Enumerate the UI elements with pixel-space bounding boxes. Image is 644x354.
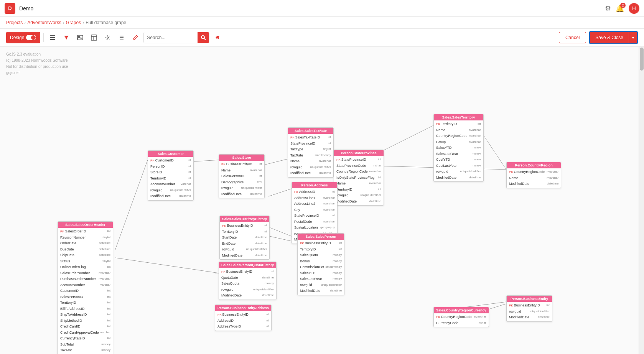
breadcrumb-adventureworks[interactable]: AdventureWorks bbox=[27, 20, 61, 25]
table-row: Name nvarchar bbox=[288, 158, 333, 165]
save-close-button[interactable]: Save & Close bbox=[590, 32, 629, 43]
table-row: rowguid uniqueidentifier bbox=[288, 165, 333, 171]
erd-table-SalesSalesTaxRate[interactable]: Sales.SalesTaxRate PKSalesTaxRateID int … bbox=[288, 127, 334, 178]
scroll-thumb[interactable] bbox=[640, 48, 644, 71]
table-row: PostalCode nvarchar bbox=[292, 219, 337, 225]
table-row: TaxRate smallmoney bbox=[288, 153, 333, 159]
notification-bell[interactable]: 🔔 2 bbox=[616, 4, 624, 13]
design-button[interactable]: Design bbox=[6, 32, 40, 43]
notification-count: 2 bbox=[620, 3, 626, 8]
erd-table-SalesSalesPersonQuotaHistory[interactable]: Sales.SalesPersonQuotaHistory PKBusiness… bbox=[219, 262, 277, 300]
pin-button[interactable] bbox=[212, 32, 223, 43]
breadcrumb-projects[interactable]: Projects bbox=[6, 20, 23, 25]
table-row: Demographics xml bbox=[219, 179, 264, 186]
erd-table-PersonCountryRegion[interactable]: Person.CountryRegion PKCountryRegionCode… bbox=[506, 162, 561, 188]
erd-table-PersonStateProvince[interactable]: Person.StateProvince PKStateProvinceID i… bbox=[334, 150, 384, 206]
table-row: CreditCardApprovalCode varchar bbox=[58, 330, 113, 336]
table-row: ModifiedDate datetime bbox=[219, 293, 276, 299]
table-row: RevisionNumber tinyint bbox=[58, 235, 113, 241]
table-row: ModifiedDate datetime bbox=[148, 193, 193, 199]
app-title: Demo bbox=[19, 5, 33, 12]
settings-icon[interactable]: ⚙ bbox=[605, 4, 611, 13]
erd-table-SalesSalesOrderHeader[interactable]: Sales.SalesOrderHeader PKSalesOrderID in… bbox=[58, 221, 113, 354]
breadcrumb: Projects › AdventureWorks › Grapes › Ful… bbox=[0, 17, 644, 29]
table-row: SalesLastYear money bbox=[434, 151, 483, 157]
table-row: StateProvinceCode nchar bbox=[334, 163, 384, 169]
erd-table-SalesSalesTerritoryHistory[interactable]: Sales.SalesTerritoryHistory PKBusinessEn… bbox=[219, 216, 270, 260]
table-header: Sales.SalesPerson bbox=[298, 234, 344, 240]
breadcrumb-grapes[interactable]: Grapes bbox=[66, 20, 81, 25]
table-row: ShipMethodID int bbox=[58, 318, 113, 324]
table-row: PKCountryRegionCode nvarchar bbox=[507, 169, 561, 175]
search-input[interactable] bbox=[144, 32, 198, 43]
table-row: Status tinyint bbox=[58, 259, 113, 265]
erd-table-SalesCountryRegionCurrency[interactable]: Sales.CountryRegionCurrency PKCountryReg… bbox=[433, 307, 489, 327]
table-row: PKBusinessEntityID int bbox=[215, 312, 271, 318]
table-row: ModifiedDate datetime bbox=[220, 253, 269, 259]
table-row: TaxAmt money bbox=[58, 347, 113, 354]
pencil-button[interactable] bbox=[130, 32, 141, 43]
table-row: AccountNumber varchar bbox=[148, 181, 193, 188]
table-row: CountryRegionCode nvarchar bbox=[334, 169, 384, 175]
design-toggle[interactable] bbox=[26, 35, 36, 41]
table-row: TaxType tinyint bbox=[288, 147, 333, 153]
table-row: TerritoryID int bbox=[58, 300, 113, 306]
table-row: rowguid uniqueidentifier bbox=[219, 287, 276, 293]
table-header: Sales.CountryRegionCurrency bbox=[434, 307, 489, 313]
image-button[interactable] bbox=[74, 32, 86, 43]
table-row: Name nvarchar bbox=[219, 168, 264, 174]
table-row: Group nvarchar bbox=[434, 139, 483, 145]
table-row: PKCountryRegionCode nvarchar bbox=[434, 314, 489, 320]
erd-table-PersonBusinessEntityAddress[interactable]: Person.BusinessEntityAddress PKBusinessE… bbox=[215, 305, 272, 331]
table-row: SalesPersonID int bbox=[219, 173, 264, 179]
search-button[interactable] bbox=[198, 32, 209, 43]
table-row: PKStateProvinceID int bbox=[334, 157, 384, 163]
svg-rect-2 bbox=[50, 39, 55, 40]
table-row: ShipDate datetime bbox=[58, 252, 113, 259]
layers-button[interactable] bbox=[47, 32, 58, 43]
table-row: City nvarchar bbox=[292, 207, 337, 213]
table-row: CreditCardID int bbox=[58, 324, 113, 330]
table-header: Sales.Customer bbox=[148, 151, 193, 157]
table-row: BillToAddressID int bbox=[58, 306, 113, 312]
list-button[interactable] bbox=[116, 32, 127, 43]
table-row: CurrencyRateID int bbox=[58, 336, 113, 342]
svg-rect-0 bbox=[50, 35, 55, 36]
table-row: StartDate datetime bbox=[220, 235, 269, 241]
table-button[interactable] bbox=[88, 32, 100, 43]
cancel-button[interactable]: Cancel bbox=[559, 32, 586, 43]
table-row: CommissionPct smallmoney bbox=[298, 264, 344, 270]
breadcrumb-current: Full database grape bbox=[86, 20, 126, 25]
table-row: PKBusinessEntityID int bbox=[219, 161, 264, 168]
erd-table-SalesSalesPerson[interactable]: Sales.SalesPerson PKBusinessEntityID int… bbox=[297, 233, 344, 295]
erd-table-SalesStore[interactable]: Sales.Store PKBusinessEntityID int Name … bbox=[219, 154, 265, 198]
table-row: AddressLine2 nvarchar bbox=[292, 201, 337, 207]
table-row: rowguid uniqueidentifier bbox=[507, 309, 552, 315]
table-body: PKStateProvinceID int StateProvinceCode … bbox=[334, 156, 384, 205]
toolbar: Design Cancel Save & Close ▾ bbox=[0, 29, 644, 47]
user-avatar[interactable]: H bbox=[629, 3, 639, 14]
table-row: ShipToAddressID int bbox=[58, 312, 113, 318]
table-row: OnlineOrderFlag bit bbox=[58, 264, 113, 270]
table-row: CostLastYear money bbox=[434, 163, 483, 169]
filter-button[interactable] bbox=[61, 32, 72, 43]
erd-table-PersonBusinessEntity[interactable]: Person.BusinessEntity PKBusinessEntityID… bbox=[506, 295, 552, 322]
table-body: PKBusinessEntityID int Name nvarchar Sal… bbox=[219, 161, 264, 198]
toggle-knob bbox=[31, 35, 36, 40]
table-row: Name nvarchar bbox=[334, 181, 384, 187]
table-row: EndDate datetime bbox=[220, 241, 269, 247]
table-row: SalesQuota money bbox=[219, 281, 276, 287]
erd-table-SalesSalesTerritory[interactable]: Sales.SalesTerritory PKTerritoryID int N… bbox=[433, 114, 484, 182]
erd-table-SalesCustomer[interactable]: Sales.Customer PKCustomerID int PersonID… bbox=[148, 150, 194, 201]
table-row: AddressTypeID int bbox=[215, 324, 271, 330]
table-row: SpatialLocation geography bbox=[292, 225, 337, 231]
save-dropdown-button[interactable]: ▾ bbox=[629, 32, 637, 43]
canvas-scrollbar[interactable] bbox=[639, 47, 644, 354]
settings-tool-button[interactable] bbox=[102, 32, 114, 43]
table-row: PKBusinessEntityID int bbox=[219, 269, 276, 275]
table-body: PKBusinessEntityID int rowguid uniqueide… bbox=[507, 302, 552, 321]
canvas-area[interactable]: GoJS 2.3 evaluation (c) 1998-2023 Northw… bbox=[0, 47, 644, 354]
table-row: PurchaseOrderNumber nvarchar bbox=[58, 276, 113, 282]
table-header: Sales.Store bbox=[219, 155, 264, 161]
table-row: Name nvarchar bbox=[507, 175, 561, 181]
